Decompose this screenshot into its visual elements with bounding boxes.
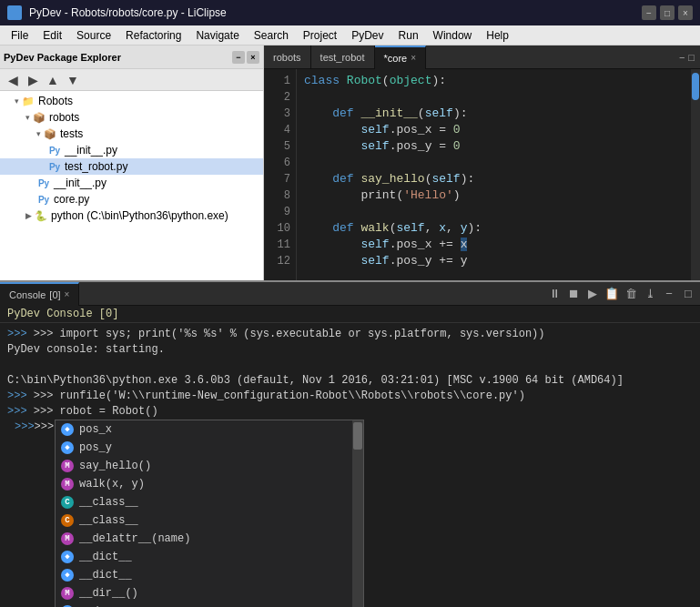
ac-item-walk[interactable]: M walk(x, y)	[56, 475, 352, 493]
sidebar-item-tests[interactable]: ▾ 📦 tests	[0, 126, 263, 142]
editor-minimize-icon[interactable]: −	[679, 52, 685, 63]
tree-label-robots: Robots	[38, 95, 73, 107]
toolbar-menu-button[interactable]: ▼	[64, 71, 82, 89]
ac-label-class-2: __class__	[79, 513, 138, 529]
menu-source[interactable]: Source	[69, 27, 118, 44]
sidebar-content: ▾ 📁 Robots ▾ 📦 robots ▾ 📦 tests	[0, 91, 263, 280]
ac-item-delattr[interactable]: M __delattr__(name)	[56, 530, 352, 548]
ac-item-pos-x[interactable]: ◆ pos_x	[56, 420, 352, 439]
tree-label-init-tests: __init__.py	[65, 144, 117, 157]
python-icon: 🐍	[34, 208, 48, 223]
ac-label-doc: __doc__	[79, 604, 125, 608]
editor-tab-robots[interactable]: robots	[264, 46, 311, 69]
ac-item-say-hello[interactable]: M say_hello()	[56, 457, 352, 475]
ac-icon-prop-3: ◆	[61, 551, 74, 563]
toolbar-forward-button[interactable]: ▶	[24, 71, 42, 89]
autocomplete-scrollbar[interactable]	[352, 420, 363, 607]
scroll-thumb[interactable]	[692, 73, 699, 100]
sidebar-item-robots-pkg[interactable]: ▾ 📦 robots	[0, 109, 263, 126]
console-maximize[interactable]: □	[680, 286, 696, 302]
tree-arrow-tests: ▾	[36, 129, 41, 138]
ac-item-doc[interactable]: ◆ __doc__	[56, 602, 352, 607]
console-ctrl-6[interactable]: ⤓	[642, 286, 658, 302]
window-controls: − □ ×	[642, 5, 693, 20]
ac-icon-method-4: M	[61, 587, 74, 600]
editor-tab-core-close[interactable]: ×	[411, 53, 416, 63]
sidebar-item-core[interactable]: Py core.py	[0, 191, 263, 207]
menu-window[interactable]: Window	[426, 27, 480, 44]
ac-icon-prop-4: ◆	[61, 569, 74, 582]
console-tab[interactable]: Console [0] ×	[0, 282, 79, 306]
folder-icon-3: 📦	[43, 126, 57, 141]
minimize-button[interactable]: −	[642, 5, 656, 20]
menu-help[interactable]: Help	[479, 27, 516, 44]
console-pane: Console [0] × ⏸ ⏹ ▶ 📋 🗑 ⤓ − □ PyDev Cons…	[0, 282, 700, 607]
ac-item-pos-y[interactable]: ◆ pos_y	[56, 439, 352, 457]
sidebar-item-python[interactable]: ▶ 🐍 python (C:\bin\Python36\python.exe)	[0, 207, 263, 224]
menu-refactoring[interactable]: Refactoring	[118, 27, 188, 44]
ac-icon-prop-2: ◆	[61, 441, 74, 454]
editor-content[interactable]: 1234 5678 9101112 class Robot(object): d…	[264, 69, 700, 280]
console-tab-label: Console	[9, 289, 46, 300]
ac-item-class-2[interactable]: C __class__	[56, 511, 352, 530]
scroll-indicator[interactable]	[691, 69, 700, 280]
menu-pydev[interactable]: PyDev	[344, 27, 391, 44]
ac-label-dict-1: __dict__	[79, 550, 132, 565]
sidebar-controls: − ×	[232, 51, 259, 64]
console-output[interactable]: >>> >>> import sys; print('%s %s' % (sys…	[0, 323, 700, 607]
toolbar-back-button[interactable]: ◀	[4, 71, 22, 89]
console-ctrl-1[interactable]: ⏸	[546, 286, 563, 302]
console-tab-sublabel: [0]	[49, 289, 60, 300]
ac-label-dir: __dir__()	[79, 586, 138, 602]
title-bar: PyDev - Robots/robots/core.py - LiClipse…	[0, 0, 700, 25]
menu-project[interactable]: Project	[296, 27, 344, 44]
toolbar-up-button[interactable]: ▲	[44, 71, 62, 89]
code-content[interactable]: class Robot(object): def __init__(self):…	[297, 69, 691, 280]
menu-file[interactable]: File	[4, 27, 36, 44]
folder-icon: 📁	[21, 94, 36, 108]
editor-tab-bar: robots test_robot *core × − □	[264, 46, 700, 69]
sidebar-item-robots[interactable]: ▾ 📁 Robots	[0, 93, 263, 109]
menu-edit[interactable]: Edit	[36, 27, 69, 44]
ac-item-dict-2[interactable]: ◆ __dict__	[56, 566, 352, 584]
close-button[interactable]: ×	[678, 5, 693, 20]
console-ctrl-5[interactable]: 🗑	[623, 286, 639, 302]
ac-icon-method-1: M	[61, 460, 74, 472]
editor-tab-core[interactable]: *core ×	[375, 46, 427, 69]
console-ctrl-3[interactable]: ▶	[584, 286, 601, 302]
console-ctrl-2[interactable]: ⏹	[565, 286, 582, 302]
tree-label-core: core.py	[54, 193, 89, 206]
autocomplete-list[interactable]: ◆ pos_x ◆ pos_y M say_hello()	[56, 420, 352, 607]
editor-tab-test-robot[interactable]: test_robot	[311, 46, 375, 69]
tree-label-tests: tests	[60, 127, 83, 140]
console-controls: ⏸ ⏹ ▶ 📋 🗑 ⤓ − □	[543, 286, 700, 302]
console-ctrl-4[interactable]: 📋	[604, 286, 620, 302]
editor-tab-test-robot-label: test_robot	[320, 52, 365, 63]
editor-maximize-icon[interactable]: □	[688, 52, 695, 63]
maximize-button[interactable]: □	[660, 5, 675, 20]
file-icon-core: Py	[36, 192, 51, 207]
ac-label-walk: walk(x, y)	[79, 477, 145, 492]
tree-label-robots-pkg: robots	[49, 111, 79, 124]
sidebar-close-button[interactable]: ×	[247, 51, 259, 64]
sidebar-minimize-button[interactable]: −	[232, 51, 245, 64]
menu-run[interactable]: Run	[391, 27, 426, 44]
menu-search[interactable]: Search	[247, 27, 296, 44]
tree-label-python: python (C:\bin\Python36\python.exe)	[51, 209, 228, 222]
ac-label-pos-y: pos_y	[79, 440, 112, 456]
console-prompt: >>>	[15, 420, 35, 435]
ac-item-dict-1[interactable]: ◆ __dict__	[56, 548, 352, 566]
sidebar-item-test-robot[interactable]: Py test_robot.py	[0, 158, 263, 175]
ac-item-dir[interactable]: M __dir__()	[56, 584, 352, 602]
sidebar-item-init-tests[interactable]: Py __init__.py	[0, 142, 263, 158]
console-tab-close[interactable]: ×	[65, 289, 70, 299]
sidebar-item-init-robots[interactable]: Py __init__.py	[0, 175, 263, 191]
autocomplete-container: >>> >>> robot. ◆ pos_x ◆ pos_y	[7, 420, 693, 435]
console-line-3	[7, 358, 693, 373]
console-line-5: >>> >>> runfile('W:\\runtime-New_configu…	[7, 389, 693, 404]
ac-item-class-1[interactable]: C __class__	[56, 493, 352, 511]
folder-icon-2: 📦	[32, 110, 46, 125]
console-minimize[interactable]: −	[661, 286, 677, 302]
sidebar-tab-bar: PyDev Package Explorer − ×	[0, 46, 263, 69]
menu-navigate[interactable]: Navigate	[188, 27, 246, 44]
